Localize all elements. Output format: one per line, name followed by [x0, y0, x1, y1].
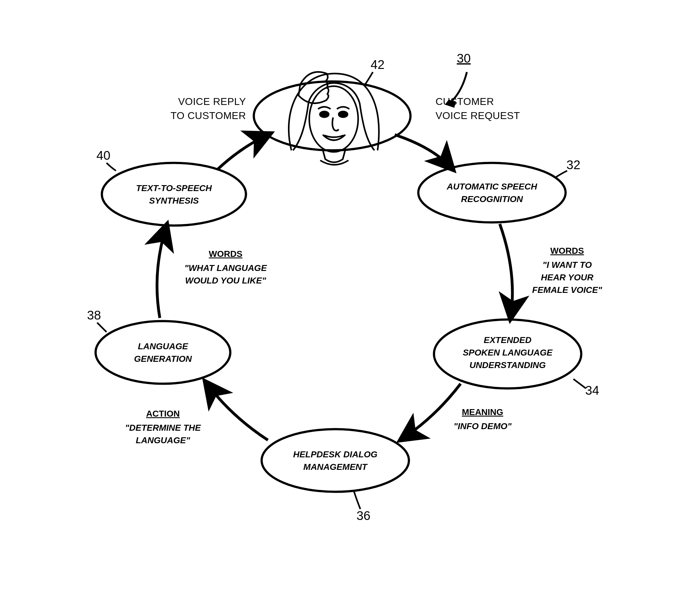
- svg-text:32: 32: [567, 158, 581, 172]
- svg-text:36: 36: [357, 509, 371, 522]
- svg-text:RECOGNITION: RECOGNITION: [461, 194, 523, 204]
- svg-text:WOULD YOU LIKE": WOULD YOU LIKE": [185, 276, 266, 285]
- svg-text:TO CUSTOMER: TO CUSTOMER: [170, 110, 246, 121]
- label-action: ACTION "DETERMINE THE LANGUAGE": [125, 409, 201, 445]
- arrow-38-40: [157, 227, 166, 318]
- arrow-34-36: [403, 384, 460, 439]
- svg-text:AUTOMATIC SPEECH: AUTOMATIC SPEECH: [447, 182, 537, 191]
- svg-text:"WHAT LANGUAGE: "WHAT LANGUAGE: [184, 263, 267, 273]
- node-asr: AUTOMATIC SPEECH RECOGNITION 32: [418, 158, 580, 222]
- svg-text:"DETERMINE THE: "DETERMINE THE: [125, 423, 201, 433]
- svg-text:MANAGEMENT: MANAGEMENT: [303, 462, 368, 472]
- svg-text:TEXT-TO-SPEECH: TEXT-TO-SPEECH: [136, 183, 212, 193]
- svg-text:MEANING: MEANING: [462, 407, 503, 417]
- svg-text:VOICE REQUEST: VOICE REQUEST: [436, 110, 520, 121]
- svg-point-3: [320, 112, 329, 117]
- dialog-cycle-diagram: 30 4: [0, 0, 700, 608]
- label-customer-request: CUSTOMER VOICE REQUEST: [436, 96, 520, 121]
- svg-point-2: [309, 86, 358, 152]
- svg-text:EXTENDED: EXTENDED: [484, 335, 531, 345]
- svg-text:LANGUAGE: LANGUAGE: [138, 341, 189, 351]
- label-words-right: WORDS "I WANT TO HEAR YOUR FEMALE VOICE": [532, 246, 602, 295]
- svg-text:38: 38: [87, 308, 101, 322]
- svg-point-15: [262, 429, 409, 492]
- svg-text:VOICE REPLY: VOICE REPLY: [178, 96, 246, 107]
- svg-text:FEMALE VOICE": FEMALE VOICE": [532, 285, 602, 295]
- svg-text:"INFO DEMO": "INFO DEMO": [453, 421, 512, 431]
- arrow-42-32: [395, 135, 451, 168]
- svg-text:SPOKEN LANGUAGE: SPOKEN LANGUAGE: [463, 348, 553, 357]
- svg-text:WORDS: WORDS: [209, 249, 242, 259]
- svg-point-19: [96, 321, 230, 384]
- svg-text:"I WANT TO: "I WANT TO: [543, 260, 592, 270]
- svg-text:LANGUAGE": LANGUAGE": [136, 435, 190, 445]
- svg-text:SYNTHESIS: SYNTHESIS: [149, 196, 199, 206]
- svg-text:HELPDESK DIALOG: HELPDESK DIALOG: [293, 450, 377, 459]
- node-tts: TEXT-TO-SPEECH SYNTHESIS 40: [96, 149, 246, 226]
- node-customer: 42: [254, 58, 411, 165]
- label-words-left: WORDS "WHAT LANGUAGE WOULD YOU LIKE": [184, 249, 267, 285]
- svg-text:34: 34: [585, 383, 600, 397]
- label-meaning: MEANING "INFO DEMO": [453, 407, 512, 431]
- svg-text:30: 30: [457, 51, 471, 65]
- label-voice-reply: VOICE REPLY TO CUSTOMER: [170, 96, 246, 121]
- node-dm: HELPDESK DIALOG MANAGEMENT 36: [262, 429, 409, 522]
- svg-text:WORDS: WORDS: [550, 246, 584, 255]
- svg-text:HEAR YOUR: HEAR YOUR: [541, 272, 593, 282]
- svg-point-4: [339, 112, 347, 117]
- svg-point-6: [418, 163, 566, 222]
- arrow-36-38: [207, 384, 268, 440]
- svg-text:GENERATION: GENERATION: [134, 354, 192, 364]
- arrow-32-34: [500, 224, 512, 316]
- svg-text:42: 42: [371, 58, 385, 71]
- svg-point-23: [102, 163, 246, 226]
- svg-text:UNDERSTANDING: UNDERSTANDING: [469, 360, 546, 370]
- svg-text:40: 40: [96, 149, 111, 162]
- svg-text:ACTION: ACTION: [146, 409, 179, 418]
- arrow-40-42: [218, 135, 268, 169]
- node-lg: LANGUAGE GENERATION 38: [87, 308, 230, 384]
- svg-text:CUSTOMER: CUSTOMER: [436, 96, 494, 107]
